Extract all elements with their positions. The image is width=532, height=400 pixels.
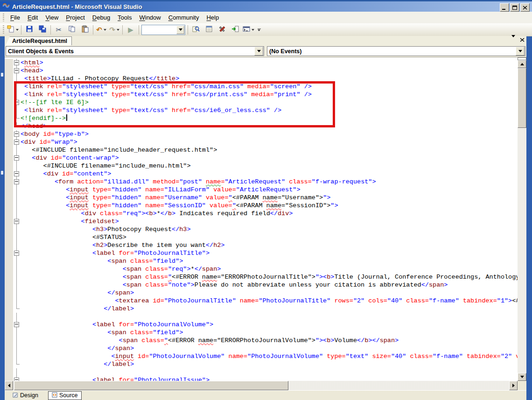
- fold-collapse-icon[interactable]: [14, 171, 19, 176]
- code-line[interactable]: <body id="type-b">: [5, 130, 518, 138]
- code-line[interactable]: <label for="PhotoJournalTitle">: [5, 249, 518, 257]
- find-in-files-button[interactable]: [189, 24, 203, 35]
- code-line[interactable]: <h2>Describe the item you want</h2>: [5, 241, 518, 249]
- cut-button[interactable]: ✂: [52, 24, 65, 35]
- fold-collapse-icon[interactable]: [14, 251, 19, 256]
- code-line[interactable]: <div id="content">: [5, 170, 518, 178]
- menu-view[interactable]: View: [42, 13, 62, 22]
- paste-button[interactable]: [78, 24, 91, 35]
- code-line[interactable]: <span class="field">: [5, 329, 518, 337]
- code-line[interactable]: <fieldset>: [5, 218, 518, 225]
- code-line[interactable]: <span class="<#ERROR name="ERRORPhotoJou…: [5, 337, 518, 344]
- code-line[interactable]: <link rel="stylesheet" type="text/css" h…: [5, 106, 518, 114]
- code-line[interactable]: <input type="hidden" name="Username" val…: [5, 194, 518, 202]
- toolbox-button[interactable]: [216, 24, 229, 35]
- chevron-down-icon[interactable]: [252, 29, 254, 31]
- code-line[interactable]: <span class="<#ERROR name="ERRORPhotoJou…: [5, 273, 518, 281]
- fold-collapse-icon[interactable]: [14, 100, 19, 105]
- scroll-right-icon[interactable]: [509, 381, 518, 390]
- scroll-up-icon[interactable]: [518, 60, 526, 68]
- code-line[interactable]: <link rel="stylesheet" type="text/css" h…: [5, 83, 518, 91]
- redo-button[interactable]: ↷: [108, 24, 121, 35]
- save-button[interactable]: [23, 24, 36, 35]
- menu-grip-handle[interactable]: [2, 14, 6, 21]
- event-dropdown[interactable]: (No Events): [267, 46, 525, 56]
- code-line[interactable]: <![endif]-->: [5, 114, 518, 122]
- menu-window[interactable]: Window: [135, 13, 164, 22]
- close-button[interactable]: [520, 3, 530, 12]
- new-item-button[interactable]: [6, 24, 20, 35]
- source-view-button[interactable]: Source: [48, 391, 82, 400]
- code-line[interactable]: <span class="req">*</span>: [5, 265, 518, 273]
- code-lines[interactable]: <html><head><title>ILLiad - Photocopy Re…: [5, 57, 518, 381]
- fold-collapse-icon[interactable]: [14, 155, 19, 161]
- minimize-button[interactable]: [500, 3, 509, 12]
- vertical-scrollbar[interactable]: [518, 57, 526, 381]
- code-line[interactable]: <h3>Photocopy Request</h3>: [5, 225, 518, 233]
- horizontal-scroll-thumb[interactable]: [14, 381, 288, 390]
- code-line[interactable]: <div id="content-wrap">: [5, 154, 518, 162]
- code-line[interactable]: [5, 368, 518, 376]
- browse-button[interactable]: [229, 24, 242, 35]
- undo-button[interactable]: ↶: [95, 24, 108, 35]
- menu-edit[interactable]: Edit: [24, 13, 42, 22]
- fold-collapse-icon[interactable]: [14, 132, 19, 137]
- menu-community[interactable]: Community: [165, 13, 203, 22]
- fold-collapse-icon[interactable]: [14, 322, 19, 327]
- chevron-down-icon[interactable]: [117, 29, 119, 31]
- code-line[interactable]: <textarea id="PhotoJournalTitle" name="P…: [5, 297, 518, 305]
- code-line[interactable]: <span class="note">Please do not abbrevi…: [5, 281, 518, 289]
- menu-tools[interactable]: Tools: [114, 13, 135, 22]
- toolbar-options-icon[interactable]: [256, 28, 262, 31]
- code-line[interactable]: <input type="hidden" name="SessionID" va…: [5, 202, 518, 210]
- code-line[interactable]: </label>: [5, 360, 518, 368]
- copy-button[interactable]: [65, 24, 78, 35]
- save-all-button[interactable]: [36, 24, 49, 35]
- code-line[interactable]: <div id="wrap">: [5, 138, 518, 146]
- horizontal-scrollbar[interactable]: [5, 381, 518, 390]
- code-line[interactable]: <form action="illiad.dll" method="post" …: [5, 178, 518, 186]
- toolbar-grip-handle[interactable]: [2, 25, 6, 34]
- code-line[interactable]: <#STATUS>: [5, 233, 518, 241]
- code-line[interactable]: </head>: [5, 122, 518, 130]
- code-line[interactable]: <#INCLUDE filename="include_header_reque…: [5, 146, 518, 154]
- chevron-down-icon[interactable]: [176, 26, 184, 34]
- fold-collapse-icon[interactable]: [14, 60, 19, 65]
- fold-collapse-icon[interactable]: [14, 378, 19, 381]
- code-line[interactable]: </span>: [5, 344, 518, 352]
- scroll-left-icon[interactable]: [5, 381, 13, 390]
- chevron-down-icon[interactable]: [254, 47, 263, 56]
- fold-collapse-icon[interactable]: [14, 140, 19, 145]
- code-editor[interactable]: <html><head><title>ILLiad - Photocopy Re…: [5, 57, 526, 381]
- code-line[interactable]: <label for="PhotoJournalIssue">: [5, 376, 518, 381]
- code-line[interactable]: <input id="PhotoJournalVolume" name="Pho…: [5, 352, 518, 360]
- fold-collapse-icon[interactable]: [14, 179, 19, 184]
- code-line[interactable]: <link rel="stylesheet" type="text/css" h…: [5, 91, 518, 98]
- code-line[interactable]: <input type="hidden" name="ILLiadForm" v…: [5, 186, 518, 194]
- start-button[interactable]: ▶: [124, 24, 137, 35]
- scroll-down-icon[interactable]: [518, 373, 526, 381]
- code-line[interactable]: <!--[if lte IE 6]>: [5, 98, 518, 106]
- fold-collapse-icon[interactable]: [14, 219, 19, 224]
- vertical-scroll-thumb[interactable]: [518, 68, 526, 128]
- code-line[interactable]: <title>ILLiad - Photocopy Request</title…: [5, 75, 518, 83]
- code-line[interactable]: <label for="PhotoJournalVolume">: [5, 321, 518, 329]
- toolbar-combobox[interactable]: [141, 25, 185, 35]
- tab-articlerequest[interactable]: ArticleRequest.html: [6, 36, 72, 45]
- menu-project[interactable]: Project: [62, 13, 88, 22]
- code-line[interactable]: <div class="req"><b>*</b> Indicates requ…: [5, 210, 518, 218]
- code-line[interactable]: <span class="field">: [5, 257, 518, 265]
- command-window-button[interactable]: [242, 24, 255, 35]
- code-line[interactable]: </label>: [5, 305, 518, 313]
- object-dropdown[interactable]: Client Objects & Events: [6, 46, 264, 56]
- design-view-button[interactable]: Design: [9, 392, 42, 400]
- maximize-button[interactable]: [510, 3, 519, 12]
- code-line[interactable]: </span>: [5, 289, 518, 297]
- chevron-down-icon[interactable]: [104, 29, 106, 31]
- close-document-icon[interactable]: [520, 37, 525, 43]
- chevron-down-icon[interactable]: [16, 29, 19, 31]
- code-line[interactable]: <html>: [5, 59, 518, 67]
- properties-window-button[interactable]: [203, 24, 216, 35]
- chevron-down-icon[interactable]: [516, 47, 525, 56]
- menu-debug[interactable]: Debug: [89, 13, 114, 22]
